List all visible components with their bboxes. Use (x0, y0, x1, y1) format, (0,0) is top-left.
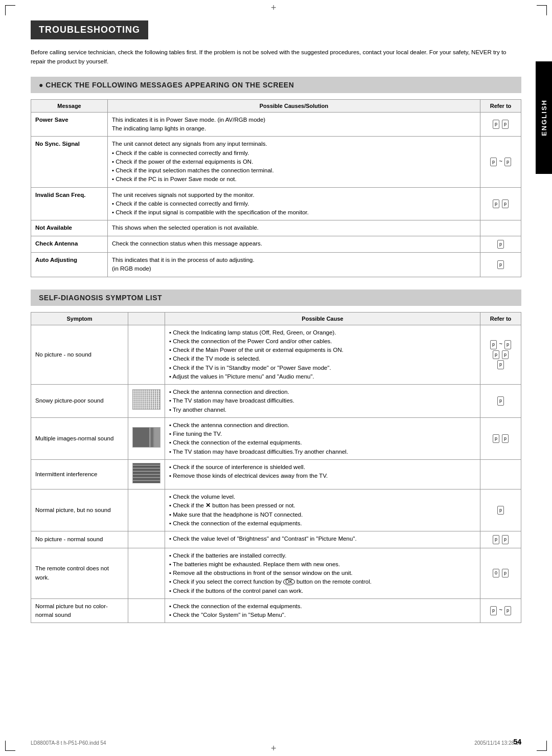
table-row: No picture - no sound • Check the Indica… (31, 325, 521, 385)
description-cell: This shows when the selected operation i… (108, 220, 480, 236)
description-cell: This indicates it is in Power Save mode.… (108, 112, 480, 137)
ref-icon: p (497, 260, 504, 270)
ref-icon: p (497, 506, 504, 515)
page-number: 54 (513, 738, 521, 746)
col-header-causes: Possible Causes/Solution (108, 99, 480, 112)
symptom-cell: Normal picture, but no sound (31, 490, 128, 531)
causes-cell: • Check the antenna connection and direc… (165, 385, 480, 418)
col-header-symptom: Symptom (31, 312, 128, 325)
ref-cell: p p (480, 187, 521, 220)
col-header-ref2: Refer to (480, 312, 521, 325)
ref-icon: p (497, 240, 504, 249)
message-cell: No Sync. Signal (31, 137, 108, 187)
table-row: Normal picture but no color-normal sound… (31, 598, 521, 623)
table-row: Invalid Scan Freq. The unit receives sig… (31, 187, 521, 220)
ref-icon: p (490, 158, 497, 167)
thumbnail-cell (128, 531, 165, 548)
thumbnail-cell (128, 385, 165, 418)
page-footer: LD8800TA-8 t h-P51-P60.indd 54 2005/11/1… (0, 740, 552, 746)
page-title: TROUBLESHOOTING (31, 20, 148, 39)
thumbnail-cell (128, 459, 165, 489)
message-cell: Invalid Scan Freq. (31, 187, 108, 220)
col-header-message: Message (31, 99, 108, 112)
table-row: Normal picture, but no sound • Check the… (31, 490, 521, 531)
thumbnail-cell (128, 325, 165, 385)
ref-icon: p (493, 535, 499, 544)
thumbnail-cell (128, 417, 165, 459)
message-cell: Auto Adjusting (31, 253, 108, 277)
ref-cell: p ~ p (480, 598, 521, 623)
message-cell: Check Antenna (31, 236, 108, 253)
description-cell: This indicates that it is in the process… (108, 253, 480, 277)
table-row: Intermittent interference • Check if the… (31, 459, 521, 489)
symptom-cell: The remote control does not work. (31, 548, 128, 598)
ref-icon: p (490, 340, 497, 349)
ref-icon: p (504, 606, 511, 615)
footer-left: LD8800TA-8 t h-P51-P60.indd 54 (31, 740, 106, 746)
ref-icon: p (504, 340, 511, 349)
table-row: Not Available This shows when the select… (31, 220, 521, 236)
ref-icon: p (497, 360, 504, 369)
causes-cell: • Check the connection of the external e… (165, 598, 480, 623)
ref-icon: p (493, 350, 499, 360)
message-cell: Power Save (31, 112, 108, 137)
symptom-table: Symptom Possible Cause Refer to No pictu… (31, 312, 521, 624)
ref-cell: p (480, 253, 521, 277)
description-cell: Check the connection status when this me… (108, 236, 480, 253)
causes-cell: • Check the antenna connection and direc… (165, 417, 480, 459)
symptom-thumbnail (132, 463, 160, 483)
ref-icon: p (502, 120, 509, 129)
thumbnail-cell (128, 598, 165, 623)
table-row: The remote control does not work. • Chec… (31, 548, 521, 598)
symptom-thumbnail (132, 389, 160, 410)
ref-cell: p (480, 490, 521, 531)
ref-icon: p (502, 350, 509, 360)
ref-icon: p (502, 535, 509, 544)
message-cell: Not Available (31, 220, 108, 236)
table-row: Check Antenna Check the connection statu… (31, 236, 521, 253)
causes-cell: • Check the value level of "Brightness" … (165, 531, 480, 548)
section1-title: ● CHECK THE FOLLOWING MESSAGES APPEARING… (31, 77, 521, 93)
section2-title: SELF-DIAGNOSIS SYMPTOM LIST (31, 290, 521, 306)
description-cell: The unit cannot detect any signals from … (108, 137, 480, 187)
ref-cell (480, 220, 521, 236)
ref-icon: p (493, 199, 499, 209)
table-row: No Sync. Signal The unit cannot detect a… (31, 137, 521, 187)
description-cell: The unit receives signals not supported … (108, 187, 480, 220)
causes-cell: • Check if the batteries are installed c… (165, 548, 480, 598)
intro-text: Before calling service technician, check… (31, 48, 521, 66)
table-row: Snowy picture-poor sound • Check the ant… (31, 385, 521, 418)
table-row: No picture - normal sound • Check the va… (31, 531, 521, 548)
ref-icon: p (493, 434, 499, 443)
symptom-cell: Intermittent interference (31, 459, 128, 489)
thumbnail-cell (128, 548, 165, 598)
symptom-cell: No picture - no sound (31, 325, 128, 385)
symptom-cell: Multiple images-normal sound (31, 417, 128, 459)
ref-icon: 0 (493, 569, 499, 578)
table-row: Power Save This indicates it is in Power… (31, 112, 521, 137)
ref-cell: p p (480, 112, 521, 137)
col-header-ref: Refer to (480, 99, 521, 112)
ref-icon: p (502, 434, 509, 443)
symptom-cell: Normal picture but no color-normal sound (31, 598, 128, 623)
table-row: Multiple images-normal sound • Check the… (31, 417, 521, 459)
symptom-cell: Snowy picture-poor sound (31, 385, 128, 418)
ref-cell: p (480, 385, 521, 418)
symptom-thumbnail (132, 427, 160, 448)
col-header-cause: Possible Cause (165, 312, 480, 325)
ref-icon: p (502, 199, 509, 209)
ref-cell: p ~ p (480, 137, 521, 187)
ref-cell: p ~ p p p p (480, 325, 521, 385)
ref-icon: p (490, 606, 497, 615)
causes-cell: • Check if the source of interference is… (165, 459, 480, 489)
page-container: TROUBLESHOOTING Before calling service t… (0, 0, 552, 756)
symptom-cell: No picture - normal sound (31, 531, 128, 548)
ref-cell: p p (480, 417, 521, 459)
ref-icon: p (502, 569, 509, 578)
ref-cell: p p (480, 531, 521, 548)
col-header-thumb (128, 312, 165, 325)
table-row: Auto Adjusting This indicates that it is… (31, 253, 521, 277)
thumbnail-cell (128, 490, 165, 531)
ref-icon: p (493, 120, 499, 129)
ref-cell: 0 p (480, 548, 521, 598)
